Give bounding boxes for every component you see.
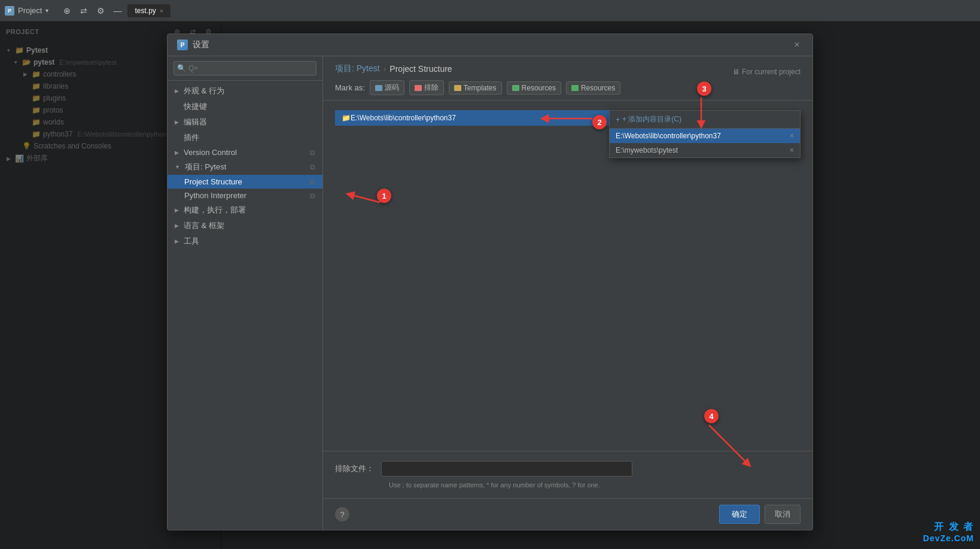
settings-titlebar: P 设置 × xyxy=(168,34,812,56)
annotation-circle-3: 3 xyxy=(697,81,711,96)
nav-item-language[interactable]: ▶ 语言 & 框架 xyxy=(168,218,322,233)
nav-arrow-project: ▼ xyxy=(175,164,180,170)
dropdown-item-1-close[interactable]: × xyxy=(790,132,794,140)
settings-nav: ▶ 外观 & 行为 ▶ 快捷键 ▶ 编辑器 xyxy=(168,81,322,530)
toolbar-btn-settings[interactable]: ⚙ xyxy=(94,4,107,17)
nav-arrow-vcs: ▶ xyxy=(175,150,179,156)
nav-item-tools[interactable]: ▶ 工具 xyxy=(168,233,322,249)
for-current-project: 🖥 For current project xyxy=(732,68,801,76)
resources-icon2 xyxy=(571,85,579,91)
nav-item-plugins[interactable]: ▶ 插件 xyxy=(168,130,322,145)
source-icon xyxy=(375,85,382,91)
watermark-line2: DevZe.CoM xyxy=(923,533,974,543)
nav-label-project-structure: Project Structure xyxy=(184,177,242,186)
nav-label-keymap: 快捷键 xyxy=(184,101,207,112)
settings-search-area: 🔍 xyxy=(168,56,322,81)
nav-item-project-structure[interactable]: Project Structure ⧉ xyxy=(168,175,322,189)
for-current-label: For current project xyxy=(742,68,801,76)
dropdown-item-2[interactable]: E:\mywebots\pytest × xyxy=(610,143,800,157)
breadcrumb-part2: Project Structure xyxy=(389,64,452,74)
title-bar-left: P Project ▾ xyxy=(5,6,48,16)
cancel-button[interactable]: 取消 xyxy=(765,505,801,524)
arrow-2 xyxy=(538,107,598,131)
project-title: Project xyxy=(18,6,42,15)
exclude-label: 排除文件： xyxy=(335,463,374,474)
mark-templates-label: Templates xyxy=(464,84,497,92)
nav-arrow-tools: ▶ xyxy=(175,238,179,244)
for-current-icon: 🖥 xyxy=(732,68,739,76)
mark-source-label: 源码 xyxy=(385,83,399,93)
settings-overlay: P 设置 × 🔍 xyxy=(0,22,980,549)
nav-arrow-appearance: ▶ xyxy=(175,88,179,94)
settings-right-header: 项目: Pytest › Project Structure 🖥 For cur… xyxy=(323,56,812,101)
project-icon: P xyxy=(5,6,14,16)
nav-item-editor[interactable]: ▶ 编辑器 xyxy=(168,114,322,130)
toolbar-btn-minimize[interactable]: — xyxy=(111,4,124,17)
vcs-copy-icon: ⧉ xyxy=(310,148,315,157)
tab-bar: test.py × xyxy=(127,4,171,17)
title-bar-center: ⊕ ⇄ ⚙ — test.py × xyxy=(48,4,975,17)
annotation-4-label: 4 xyxy=(709,412,713,421)
nav-label-plugins: 插件 xyxy=(184,132,199,143)
nav-label-editor: 编辑器 xyxy=(184,117,207,128)
tab-close-btn[interactable]: × xyxy=(160,7,163,14)
mark-resources-btn2[interactable]: Resources xyxy=(566,81,620,95)
dropdown-item-2-label: E:\mywebots\pytest xyxy=(616,146,678,154)
add-content-label: + 添加内容目录(C) xyxy=(622,114,681,125)
settings-search-wrap: 🔍 xyxy=(174,61,316,75)
mark-as-label: Mark as: xyxy=(335,83,365,92)
project-copy-icon: ⧉ xyxy=(310,163,315,171)
dropdown-item-2-close[interactable]: × xyxy=(790,146,794,154)
nav-label-project: 项目: Pytest xyxy=(185,162,226,172)
nav-item-build[interactable]: ▶ 构建，执行，部署 xyxy=(168,202,322,218)
path-folder-icon: 📁 xyxy=(341,113,351,123)
toolbar-btn-navigate[interactable]: ⇄ xyxy=(77,4,90,17)
breadcrumb-part1[interactable]: 项目: Pytest xyxy=(335,63,380,74)
nav-arrow-language: ▶ xyxy=(175,223,179,229)
nav-label-vcs: Version Control xyxy=(184,148,237,157)
arrow-1 xyxy=(341,180,389,210)
settings-close-button[interactable]: × xyxy=(791,39,803,51)
help-button[interactable]: ? xyxy=(335,507,349,521)
exclude-input[interactable] xyxy=(381,461,632,477)
nav-item-vcs[interactable]: ▶ Version Control ⧉ xyxy=(168,145,322,159)
nav-label-tools: 工具 xyxy=(184,236,199,247)
mark-resources-label1: Resources xyxy=(522,84,556,92)
search-icon: 🔍 xyxy=(177,64,186,72)
settings-title-left: P 设置 xyxy=(177,40,209,50)
mark-exclude-label: 排除 xyxy=(424,83,439,93)
mark-templates-btn[interactable]: Templates xyxy=(449,81,502,95)
nav-label-appearance: 外观 & 行为 xyxy=(184,86,224,96)
main-area: Project ⊕ ⇄ ⚙ ▾ 📁 Pytest ▾ 📂 py xyxy=(0,22,980,549)
settings-app-icon: P xyxy=(177,40,188,50)
watermark-line1: 开 发 者 xyxy=(923,521,974,533)
settings-title-text: 设置 xyxy=(193,40,209,50)
nav-item-keymap[interactable]: ▶ 快捷键 xyxy=(168,99,322,114)
toolbar-btn-navigate-up[interactable]: ⊕ xyxy=(60,4,74,17)
arrow-4 xyxy=(700,422,760,470)
tab-test-py[interactable]: test.py × xyxy=(127,4,171,17)
breadcrumb-row: 项目: Pytest › Project Structure 🖥 For cur… xyxy=(335,63,801,80)
resources-icon1 xyxy=(512,85,519,91)
watermark: 开 发 者 DevZe.CoM xyxy=(923,521,974,543)
confirm-button[interactable]: 确定 xyxy=(719,505,760,524)
annotation-circle-4: 4 xyxy=(704,409,719,423)
mark-as-row: Mark as: 源码 排除 xyxy=(335,80,801,95)
add-content-plus-icon: + xyxy=(616,116,620,124)
exclude-icon xyxy=(415,85,422,91)
dropdown-item-1-label: E:\Webots\lib\controller\python37 xyxy=(616,132,721,140)
dropdown-item-1[interactable]: E:\Webots\lib\controller\python37 × xyxy=(610,129,800,143)
exclude-hint: Use ; to separate name patterns, * for a… xyxy=(389,481,801,489)
nav-item-appearance[interactable]: ▶ 外观 & 行为 xyxy=(168,83,322,99)
mark-resources-label2: Resources xyxy=(581,84,615,92)
nav-item-python-interpreter[interactable]: Python Interpreter ⧉ xyxy=(168,189,322,202)
settings-search-input[interactable] xyxy=(174,61,316,75)
nav-label-build: 构建，执行，部署 xyxy=(184,205,246,216)
nav-item-project[interactable]: ▼ 项目: Pytest ⧉ xyxy=(168,159,322,175)
tab-file-label: test.py xyxy=(135,7,156,15)
breadcrumb-sep: › xyxy=(384,64,386,74)
mark-exclude-btn[interactable]: 排除 xyxy=(409,80,444,95)
mark-resources-btn1[interactable]: Resources xyxy=(507,81,561,95)
templates-icon xyxy=(454,85,461,91)
mark-source-btn[interactable]: 源码 xyxy=(370,80,404,95)
